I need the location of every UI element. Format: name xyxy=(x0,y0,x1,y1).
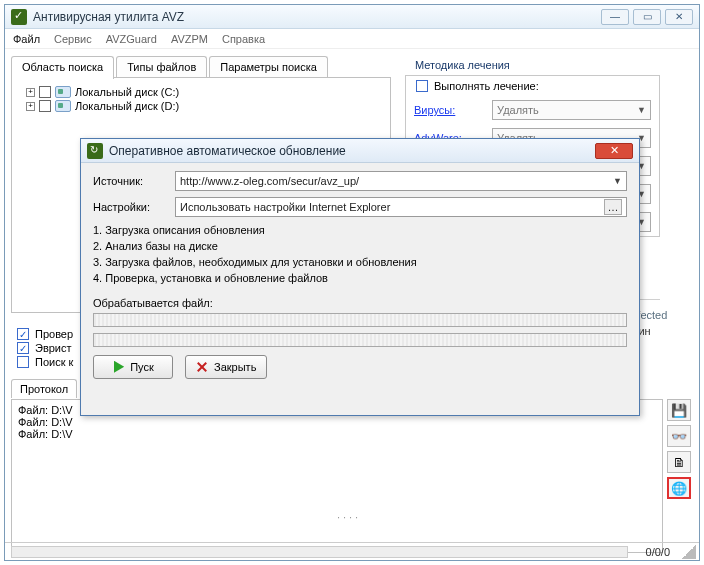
do-treat-checkbox[interactable] xyxy=(416,80,428,92)
window-title: Антивирусная утилита AVZ xyxy=(33,10,601,24)
source-combobox[interactable]: http://www.z-oleg.com/secur/avz_up/ ▼ xyxy=(175,171,627,191)
menubar: Файл Сервис AVZGuard AVZPM Справка xyxy=(5,29,699,49)
close-icon xyxy=(196,361,208,373)
dialog-title: Оперативное автоматическое обновление xyxy=(109,144,595,158)
start-button-label: Пуск xyxy=(130,361,154,373)
chevron-down-icon: ▼ xyxy=(637,105,646,115)
titlebar: Антивирусная утилита AVZ ― ▭ ✕ xyxy=(5,5,699,29)
disk-c-label: Локальный диск (C:) xyxy=(75,86,179,98)
check-3[interactable] xyxy=(17,356,29,368)
progress-bar xyxy=(11,546,628,558)
update-globe-icon[interactable]: 🌐 xyxy=(667,477,691,499)
splitter-handle[interactable] xyxy=(11,514,687,520)
settings-value: Использовать настройки Internet Explorer xyxy=(180,201,390,213)
progress-bar-1 xyxy=(93,313,627,327)
do-treat-label: Выполнять лечение: xyxy=(434,80,539,92)
tab-search-area[interactable]: Область поиска xyxy=(11,56,114,79)
source-value: http://www.z-oleg.com/secur/avz_up/ xyxy=(180,175,359,187)
protocol-tab[interactable]: Протокол xyxy=(11,379,77,398)
play-icon xyxy=(112,361,124,373)
disk-d-row[interactable]: + Локальный диск (D:) xyxy=(26,100,384,112)
expand-icon[interactable]: + xyxy=(26,102,35,111)
close-button-label: Закрыть xyxy=(214,361,256,373)
close-button[interactable]: ✕ xyxy=(665,9,693,25)
viruses-link[interactable]: Вирусы: xyxy=(414,104,484,116)
check-2-label: Эврист xyxy=(35,342,72,354)
protocol-log[interactable]: Файл: D:\V Файл: D:\V Файл: D:\V xyxy=(11,399,663,553)
check-1-label: Провер xyxy=(35,328,73,340)
side-toolbar: 💾 👓 🗎 🌐 xyxy=(667,399,693,499)
check-2[interactable]: ✓ xyxy=(17,342,29,354)
tab-file-types[interactable]: Типы файлов xyxy=(116,56,207,79)
drive-icon xyxy=(55,100,71,112)
check-1[interactable]: ✓ xyxy=(17,328,29,340)
disk-c-checkbox[interactable] xyxy=(39,86,51,98)
close-dialog-button[interactable]: Закрыть xyxy=(185,355,267,379)
document-icon[interactable]: 🗎 xyxy=(667,451,691,473)
step-2: 2. Анализ базы на диске xyxy=(93,239,627,255)
menu-help[interactable]: Справка xyxy=(222,33,265,45)
dialog-titlebar: Оперативное автоматическое обновление ✕ xyxy=(81,139,639,163)
log-line: Файл: D:\V xyxy=(18,428,656,440)
app-icon xyxy=(11,9,27,25)
browse-button[interactable]: … xyxy=(604,199,622,215)
viruses-combo[interactable]: Удалять ▼ xyxy=(492,100,651,120)
step-3: 3. Загрузка файлов, необходимых для уста… xyxy=(93,255,627,271)
expand-icon[interactable]: + xyxy=(26,88,35,97)
tab-search-params[interactable]: Параметры поиска xyxy=(209,56,328,79)
minimize-button[interactable]: ― xyxy=(601,9,629,25)
dialog-close-button[interactable]: ✕ xyxy=(595,143,633,159)
disk-c-row[interactable]: + Локальный диск (C:) xyxy=(26,86,384,98)
settings-field[interactable]: Использовать настройки Internet Explorer… xyxy=(175,197,627,217)
disk-d-checkbox[interactable] xyxy=(39,100,51,112)
start-button[interactable]: Пуск xyxy=(93,355,173,379)
dialog-body: Источник: http://www.z-oleg.com/secur/av… xyxy=(81,163,639,387)
settings-label: Настройки: xyxy=(93,201,167,213)
step-1: 1. Загрузка описания обновления xyxy=(93,223,627,239)
glasses-icon[interactable]: 👓 xyxy=(667,425,691,447)
source-label: Источник: xyxy=(93,175,167,187)
disk-d-label: Локальный диск (D:) xyxy=(75,100,179,112)
dialog-buttons: Пуск Закрыть xyxy=(93,355,627,379)
log-line: Файл: D:\V xyxy=(18,416,656,428)
drive-icon xyxy=(55,86,71,98)
resize-grip-icon[interactable] xyxy=(682,545,696,559)
check-3-label: Поиск к xyxy=(35,356,73,368)
menu-avzpm[interactable]: AVZPM xyxy=(171,33,208,45)
chevron-down-icon: ▼ xyxy=(613,176,622,186)
statusbar: 0/0/0 xyxy=(5,542,699,560)
menu-avzguard[interactable]: AVZGuard xyxy=(106,33,157,45)
status-counter: 0/0/0 xyxy=(634,546,682,558)
update-steps: 1. Загрузка описания обновления 2. Анали… xyxy=(93,223,627,287)
save-icon[interactable]: 💾 xyxy=(667,399,691,421)
viruses-combo-value: Удалять xyxy=(497,104,539,116)
maximize-button[interactable]: ▭ xyxy=(633,9,661,25)
dialog-icon xyxy=(87,143,103,159)
menu-service[interactable]: Сервис xyxy=(54,33,92,45)
progress-bar-2 xyxy=(93,333,627,347)
menu-file[interactable]: Файл xyxy=(13,33,40,45)
step-4: 4. Проверка, установка и обновление файл… xyxy=(93,271,627,287)
processing-label: Обрабатывается файл: xyxy=(93,297,627,309)
treatment-group-title: Методика лечения xyxy=(415,59,660,71)
update-dialog: Оперативное автоматическое обновление ✕ … xyxy=(80,138,640,416)
window-controls: ― ▭ ✕ xyxy=(601,9,693,25)
